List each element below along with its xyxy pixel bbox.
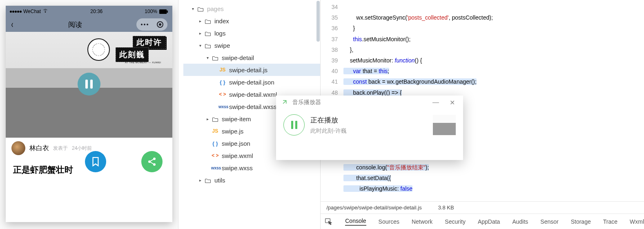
back-icon[interactable]: ‹ — [11, 19, 13, 30]
album-stamp: 此时许 此刻巍 AT THE MOMENT — XUWEI — [92, 36, 166, 64]
devtools-tab-storage[interactable]: Storage — [571, 218, 591, 225]
popup-play-pause-button[interactable] — [283, 114, 305, 136]
tree-item-label: swipe-detail.json — [227, 79, 274, 86]
tree-item-label: swipe.json — [219, 140, 250, 147]
published-label: 发表于 — [53, 145, 68, 152]
folder-node[interactable]: ▸logs — [183, 27, 320, 39]
hero-image: 此时许 此刻巍 AT THE MOMENT — XUWEI — [6, 32, 172, 138]
published-time: 24小时前 — [72, 145, 92, 152]
simulator-panel: WeChat 20:36 100% ‹ 阅读 此 — [0, 0, 178, 229]
popup-title: 音乐播放器 — [292, 99, 321, 106]
js-file-icon: JS — [211, 128, 219, 134]
music-player-popup: 音乐播放器 — ✕ 正在播放 此时此刻-许巍 — [276, 96, 463, 160]
capsule-button[interactable] — [136, 18, 167, 31]
folder-node[interactable]: ▾pages — [183, 2, 320, 15]
status-file-path: /pages/swipe/swipe-detail/swipe-detail.j… — [326, 205, 421, 211]
share-button[interactable] — [141, 151, 163, 172]
js-file-icon: JS — [218, 67, 227, 73]
carrier-label: WeChat — [23, 9, 41, 14]
wxss-file-icon: wxss — [211, 166, 219, 170]
bookmark-button[interactable] — [85, 151, 106, 172]
stamp-subtitle: AT THE MOMENT — XUWEI — [125, 61, 161, 64]
tree-item-label: pages — [205, 5, 224, 12]
svg-rect-0 — [159, 9, 167, 14]
tree-item-label: swipe-item — [219, 116, 251, 122]
caret-icon[interactable]: ▸ — [205, 117, 211, 121]
devtools-tabs: ConsoleSourcesNetworkSecurityAppDataAudi… — [321, 213, 644, 229]
pause-icon — [85, 80, 93, 89]
json-file-icon: { } — [211, 140, 219, 147]
devtools-tab-security[interactable]: Security — [445, 218, 466, 225]
clock-label: 20:36 — [90, 9, 103, 14]
stamp-line-2: 此刻巍 — [116, 47, 149, 62]
share-icon — [147, 157, 157, 167]
svg-rect-1 — [167, 10, 168, 13]
play-pause-button[interactable] — [78, 73, 100, 96]
devtools-tab-audits[interactable]: Audits — [512, 218, 528, 225]
caret-icon[interactable]: ▸ — [197, 178, 204, 182]
folder-icon — [204, 18, 212, 24]
clock-graphic-icon — [87, 38, 110, 61]
tree-item-label: logs — [212, 30, 226, 37]
capsule-close-icon[interactable] — [157, 21, 163, 28]
folder-icon — [204, 30, 212, 36]
folder-icon — [204, 177, 212, 183]
tree-item-label: swipe-detail — [219, 54, 254, 61]
file-node[interactable]: wxssswipe.wxss — [183, 162, 320, 174]
status-file-size: 3.8 KB — [438, 205, 454, 211]
tree-item-label: swipe-detail.wxml — [227, 91, 277, 98]
wxml-file-icon: < > — [211, 153, 219, 158]
nav-title: 阅读 — [14, 20, 136, 29]
folder-node[interactable]: ▸index — [183, 15, 320, 27]
file-node[interactable]: JSswipe-detail.js — [183, 64, 320, 76]
tree-item-label: swipe.wxml — [219, 152, 253, 159]
devtools-tab-sources[interactable]: Sources — [379, 218, 399, 225]
status-bar: WeChat 20:36 100% — [6, 6, 172, 17]
playback-status: 正在播放 — [310, 116, 427, 125]
folder-icon — [204, 42, 212, 48]
devtools-tab-sensor[interactable]: Sensor — [540, 218, 558, 225]
pause-icon — [291, 121, 297, 129]
folder-icon — [196, 5, 205, 11]
caret-icon[interactable]: ▾ — [197, 43, 204, 48]
scrollbar-thumb[interactable] — [316, 1, 320, 42]
app-logo-icon — [281, 98, 288, 107]
caret-icon[interactable]: ▾ — [205, 56, 211, 60]
caret-icon[interactable]: ▾ — [190, 7, 196, 11]
nav-bar: ‹ 阅读 — [6, 17, 172, 32]
signal-dots-icon — [10, 11, 22, 13]
track-name: 此时此刻-许巍 — [310, 127, 427, 135]
folder-icon — [211, 116, 219, 122]
caret-icon[interactable]: ▸ — [197, 31, 204, 36]
bookmark-icon — [91, 156, 100, 167]
article-body: 此时许 此刻巍 AT THE MOMENT — XUWEI 林白衣 发表于 24… — [6, 32, 172, 181]
tree-item-label: utils — [212, 177, 225, 184]
folder-icon — [211, 54, 219, 60]
folder-node[interactable]: ▾swipe — [183, 39, 320, 51]
folder-node[interactable]: ▾swipe-detail — [183, 51, 320, 64]
devtools-tab-appdata[interactable]: AppData — [478, 218, 500, 225]
devtools-tab-trace[interactable]: Trace — [603, 218, 617, 225]
album-cover — [433, 115, 456, 135]
capsule-menu-icon[interactable] — [141, 24, 148, 25]
caret-icon[interactable]: ▸ — [197, 19, 204, 23]
inspect-icon[interactable] — [325, 218, 333, 226]
tree-item-label: swipe — [212, 42, 230, 49]
folder-node[interactable]: ▸utils — [183, 174, 320, 186]
battery-icon — [159, 9, 168, 14]
tree-item-label: swipe.wxss — [219, 165, 253, 171]
minimize-button[interactable]: — — [430, 99, 442, 106]
close-button[interactable]: ✕ — [446, 99, 458, 107]
devtools-tab-network[interactable]: Network — [412, 218, 432, 225]
wxml-file-icon: < > — [218, 91, 227, 97]
devtools-tab-wxml[interactable]: Wxml — [630, 218, 644, 225]
phone-frame: WeChat 20:36 100% ‹ 阅读 此 — [6, 6, 172, 222]
tree-item-label: swipe-detail.wxss — [227, 103, 277, 110]
wxss-file-icon: wxss — [218, 104, 227, 109]
devtools-tab-console[interactable]: Console — [345, 218, 366, 226]
tree-item-label: swipe-detail.js — [227, 67, 267, 73]
file-node[interactable]: { }swipe-detail.json — [183, 76, 320, 88]
battery-percent: 100% — [145, 9, 157, 14]
wifi-icon — [42, 9, 48, 14]
tree-item-label: swipe.js — [219, 128, 243, 135]
